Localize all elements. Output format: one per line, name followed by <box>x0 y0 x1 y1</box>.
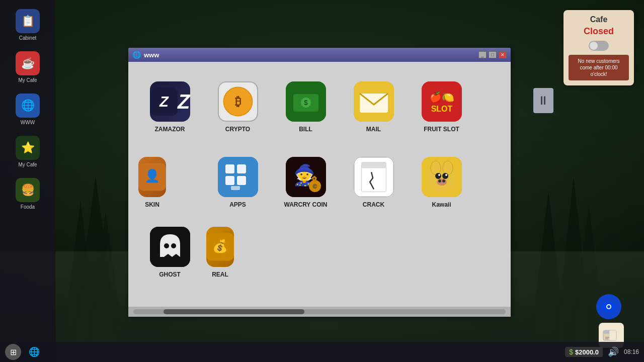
warcry-icon: 🧙 © <box>286 157 326 197</box>
svg-text:👤: 👤 <box>144 168 160 184</box>
svg-point-45 <box>445 174 447 176</box>
cafe-panel: Cafe Closed No new customers come after … <box>564 10 634 85</box>
apps-icon <box>218 157 258 197</box>
sidebar-item-mycafe[interactable]: ☕ My Cafe <box>5 47 50 87</box>
svg-text:SLOT: SLOT <box>431 105 452 113</box>
svg-rect-37 <box>361 162 386 168</box>
svg-point-51 <box>171 243 176 248</box>
app-ghost[interactable]: GHOST <box>138 223 201 282</box>
window-content: Z ZAMAZOR ₿ CRYPTO <box>128 62 511 307</box>
eye-icon <box>601 302 616 312</box>
scrollbar-thumb[interactable] <box>164 309 304 314</box>
svg-text:🍋: 🍋 <box>441 91 454 103</box>
zamazor-label: ZAMAZOR <box>155 126 185 133</box>
fruit-slot-label: FRUIT SLOT <box>424 126 459 133</box>
app-fruit-slot[interactable]: 🍎 🍋 SLOT FRUIT SLOT <box>410 72 473 142</box>
skin-label: SKIN <box>145 201 159 208</box>
zamazor-icon: Z <box>150 81 190 122</box>
fruit-slot-icon: 🍎 🍋 SLOT <box>422 81 462 122</box>
mycafe2-icon: ⭐ <box>16 136 40 160</box>
svg-rect-59 <box>609 330 616 340</box>
cafe-title: Cafe <box>569 15 629 24</box>
svg-point-43 <box>442 173 448 179</box>
svg-text:$: $ <box>304 99 308 107</box>
taskbar-money-display: $ $2000.0 <box>565 347 603 357</box>
svg-text:₿: ₿ <box>234 95 241 108</box>
taskbar: ⊞ 🌐 $ $2000.0 🔊 08:16 <box>0 342 644 362</box>
real-label: REAL <box>212 271 228 278</box>
sidebar-label-www: WWW <box>21 120 35 125</box>
money-value: $2000.0 <box>575 348 599 356</box>
bill-icon: $ <box>286 81 326 122</box>
app-warcry[interactable]: 🧙 © WARCRY COIN <box>274 147 337 218</box>
svg-point-44 <box>438 174 440 176</box>
taskbar-browser-icon[interactable]: 🌐 <box>26 344 42 360</box>
minimize-button[interactable]: _ <box>478 51 487 58</box>
svg-text:🍎: 🍎 <box>429 91 442 103</box>
svg-point-41 <box>443 161 453 175</box>
close-button[interactable]: ✕ <box>499 51 507 58</box>
scrollbar-track[interactable] <box>133 309 506 314</box>
sidebar-label-mycafe: My Cafe <box>18 77 37 83</box>
app-skin[interactable]: 👤 SKIN <box>138 147 166 218</box>
cafe-notification: No new customers come after 00:00 o'cloc… <box>569 55 629 80</box>
scrollbar[interactable] <box>128 307 511 317</box>
warcry-label: WARCRY COIN <box>284 201 327 208</box>
svg-rect-29 <box>237 176 246 185</box>
kawaii-icon <box>422 157 462 197</box>
app-kawaii[interactable]: Kawaii <box>410 147 473 218</box>
taskbar-start-button[interactable]: ⊞ <box>5 344 21 360</box>
sidebar-item-www[interactable]: 🌐 WWW <box>5 89 50 129</box>
svg-point-40 <box>431 161 441 175</box>
app-crypto[interactable]: ₿ CRYPTO <box>206 72 269 142</box>
sidebar: 📋 Cabinet ☕ My Cafe 🌐 WWW ⭐ My Cafe 🍔 Fo… <box>0 0 55 362</box>
sidebar-item-fooda[interactable]: 🍔 Fooda <box>5 174 50 214</box>
window-title-icon: 🌐 <box>132 51 141 59</box>
cafe-status: Closed <box>569 26 629 37</box>
svg-text:©: © <box>312 183 317 190</box>
window-titlebar: 🌐 www _ □ ✕ <box>128 48 511 62</box>
mail-label: MAIL <box>366 126 381 133</box>
kawaii-label: Kawaii <box>432 201 451 208</box>
apps-label: APPS <box>229 201 246 208</box>
app-real[interactable]: 💰 REAL <box>206 223 234 282</box>
sidebar-item-cabinet[interactable]: 📋 Cabinet <box>5 5 50 45</box>
app-bill[interactable]: $ BILL <box>274 72 337 142</box>
money-icon: $ <box>569 348 573 356</box>
sidebar-item-mycafe2[interactable]: ⭐ My Cafe <box>5 132 50 171</box>
svg-point-42 <box>435 173 441 179</box>
cafe-toggle[interactable] <box>589 41 609 51</box>
cabinet-icon: 📋 <box>16 9 40 33</box>
app-zamazor[interactable]: Z ZAMAZOR <box>138 72 201 142</box>
svg-point-47 <box>438 179 441 183</box>
crack-icon <box>354 157 394 197</box>
pause-button[interactable]: ⏸ <box>533 88 553 113</box>
crypto-label: CRYPTO <box>225 126 250 133</box>
app-crack[interactable]: CRACK <box>342 147 405 218</box>
sidebar-label-fooda: Fooda <box>21 204 35 210</box>
svg-rect-28 <box>225 176 234 185</box>
crypto-icon: ₿ <box>218 81 258 122</box>
eye-button[interactable] <box>596 294 621 319</box>
fooda-icon: 🍔 <box>16 178 40 202</box>
ghost-icon <box>150 227 190 267</box>
svg-rect-26 <box>225 164 234 173</box>
svg-rect-27 <box>237 164 246 173</box>
skin-icon: 👤 <box>138 157 166 197</box>
svg-point-56 <box>607 305 610 308</box>
window-controls: _ □ ✕ <box>478 51 507 58</box>
www-icon: 🌐 <box>16 94 40 118</box>
bill-label: BILL <box>299 126 312 133</box>
pause-icon: ⏸ <box>537 94 549 108</box>
sidebar-label-mycafe2: My Cafe <box>18 162 37 167</box>
maximize-button[interactable]: □ <box>489 51 497 58</box>
svg-rect-30 <box>231 186 240 190</box>
volume-icon[interactable]: 🔊 <box>608 346 619 357</box>
app-apps[interactable]: APPS <box>206 147 269 218</box>
app-mail[interactable]: MAIL <box>342 72 405 142</box>
browser-window: 🌐 www _ □ ✕ Z ZAMAZOR <box>128 48 511 317</box>
app-grid: Z ZAMAZOR ₿ CRYPTO <box>138 72 501 282</box>
taskbar-time: 08:16 <box>624 348 639 355</box>
svg-point-48 <box>442 179 445 183</box>
svg-point-50 <box>164 243 169 248</box>
